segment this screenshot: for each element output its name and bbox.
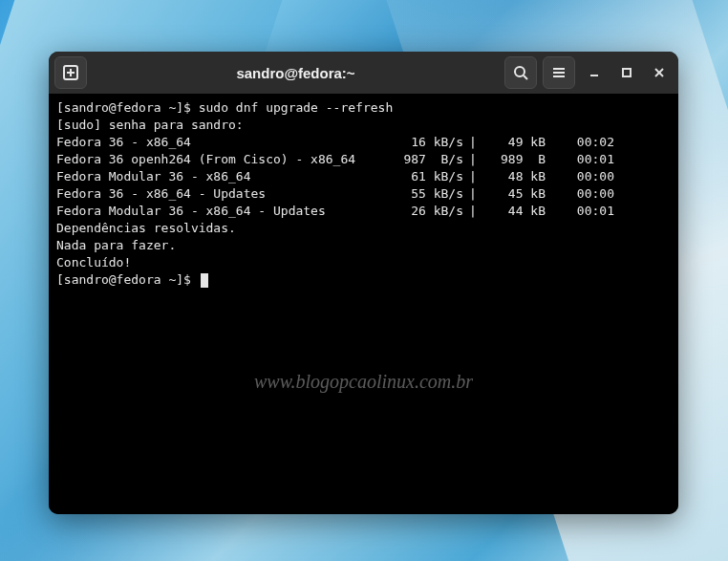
svg-point-3 xyxy=(515,67,525,76)
cursor xyxy=(201,273,208,288)
close-icon xyxy=(653,67,665,78)
titlebar: sandro@fedora:~ xyxy=(49,52,678,94)
search-button[interactable] xyxy=(504,56,537,89)
prompt-line: [sandro@fedora ~]$ sudo dnf upgrade --re… xyxy=(56,99,671,117)
prompt-prefix: [sandro@fedora ~]$ xyxy=(56,100,199,115)
hamburger-icon xyxy=(551,65,567,80)
deps-resolved: Dependências resolvidas. xyxy=(56,220,671,237)
repo-row: Fedora 36 - x86_6416 kB/s|49 kB00:02 xyxy=(56,134,671,151)
prompt-prefix: [sandro@fedora ~]$ xyxy=(56,271,199,289)
plus-icon xyxy=(63,65,78,80)
window-title: sandro@fedora:~ xyxy=(93,65,499,81)
svg-rect-9 xyxy=(623,69,631,76)
nothing-to-do: Nada para fazer. xyxy=(56,237,671,254)
prompt-line-idle: [sandro@fedora ~]$ xyxy=(56,271,671,289)
menu-button[interactable] xyxy=(543,56,575,89)
repo-row: Fedora Modular 36 - x86_6461 kB/s|48 kB0… xyxy=(56,168,671,185)
sudo-prompt: [sudo] senha para sandro: xyxy=(56,117,671,134)
watermark-text: www.blogopcaolinux.com.br xyxy=(49,373,678,390)
close-button[interactable] xyxy=(646,59,673,86)
repo-row: Fedora 36 - x86_64 - Updates55 kB/s|45 k… xyxy=(56,185,671,203)
command-text: sudo dnf upgrade --refresh xyxy=(199,100,394,115)
terminal-window: sandro@fedora:~ [sandro@fedora ~]$ sudo … xyxy=(49,52,678,514)
done-msg: Concluído! xyxy=(56,254,671,271)
minimize-icon xyxy=(589,67,600,78)
maximize-icon xyxy=(621,67,632,78)
repo-row: Fedora 36 openh264 (From Cisco) - x86_64… xyxy=(56,151,671,168)
svg-line-4 xyxy=(524,76,527,79)
search-icon xyxy=(513,65,528,80)
minimize-button[interactable] xyxy=(581,59,608,86)
new-tab-button[interactable] xyxy=(54,56,87,89)
maximize-button[interactable] xyxy=(613,59,640,86)
repo-row: Fedora Modular 36 - x86_64 - Updates26 k… xyxy=(56,203,671,220)
terminal-body[interactable]: [sandro@fedora ~]$ sudo dnf upgrade --re… xyxy=(49,94,678,514)
